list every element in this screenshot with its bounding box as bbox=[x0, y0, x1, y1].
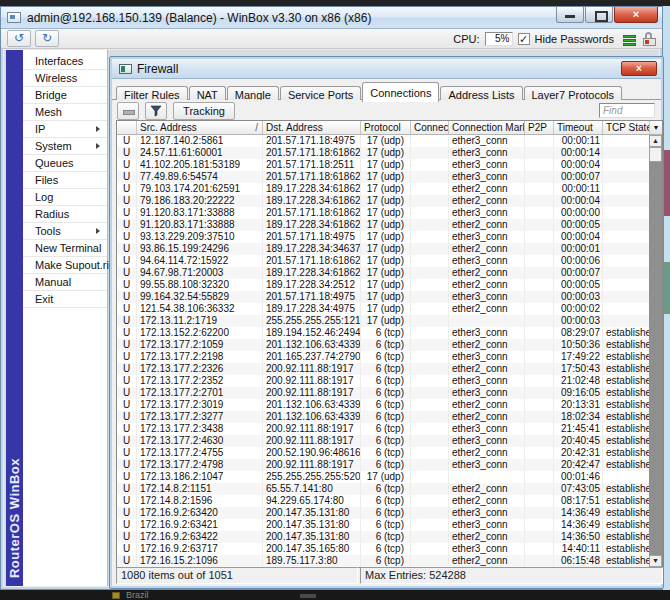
scroll-up-button[interactable]: ▲ bbox=[649, 135, 662, 147]
sidebar-item-mesh[interactable]: Mesh bbox=[23, 104, 107, 121]
table-row[interactable]: U 172.13.177.2:3438 200.92.111.88:1917 6… bbox=[117, 423, 649, 435]
table-row[interactable]: U 172.13.177.2:1059 201.132.106.63:43399… bbox=[117, 339, 649, 351]
table-row[interactable]: U 93.86.15.199:24296 189.17.228.34:34637… bbox=[117, 243, 649, 255]
table-row[interactable]: U 79.103.174.201:62591 189.17.228.34:618… bbox=[117, 183, 649, 195]
table-row[interactable]: U 91.120.83.171:33888 189.17.228.34:6186… bbox=[117, 219, 649, 231]
scroll-down-button[interactable]: ▼ bbox=[649, 555, 662, 567]
cell-p2p bbox=[525, 351, 554, 363]
table-row[interactable]: U 77.49.89.6:54574 201.57.171.18:61862 1… bbox=[117, 171, 649, 183]
mdi-area: RouterOS WinBox Interfaces Wireless Brid… bbox=[4, 50, 659, 586]
column-timeout[interactable]: Timeout bbox=[554, 121, 603, 134]
cell-src-address: 172.16.9.2:63422 bbox=[137, 531, 263, 543]
table-row[interactable]: U 121.54.38.106:36332 189.17.228.34:4975… bbox=[117, 303, 649, 315]
cell-src-address: 172.16.9.2:63421 bbox=[137, 519, 263, 531]
filter-button[interactable] bbox=[145, 102, 167, 120]
table-row[interactable]: U 172.13.177.2:3277 201.132.106.63:43399… bbox=[117, 411, 649, 423]
cell-connection bbox=[411, 483, 449, 495]
column-flags[interactable] bbox=[117, 121, 137, 134]
table-row[interactable]: U 172.16.9.2:63420 200.147.35.131:80 6 (… bbox=[117, 507, 649, 519]
taskbar-fragment bbox=[300, 594, 316, 598]
vertical-scrollbar[interactable]: ▼ ▲ ▼ bbox=[649, 121, 662, 567]
table-row[interactable]: U 172.13.186.2:1047 255.255.255.255:5200… bbox=[117, 471, 649, 483]
table-row[interactable]: U 172.16.15.2:1096 189.75.117.3:80 6 (tc… bbox=[117, 555, 649, 567]
table-row[interactable]: U 172.13.177.2:4798 200.92.111.88:1917 6… bbox=[117, 459, 649, 471]
column-p2p[interactable]: P2P bbox=[525, 121, 554, 134]
cell-timeout: 08:29:07 bbox=[554, 327, 603, 339]
sidebar-item-wireless[interactable]: Wireless bbox=[23, 70, 107, 87]
table-row[interactable]: U 41.102.205.181:53189 201.57.171.18:251… bbox=[117, 159, 649, 171]
maximize-button[interactable] bbox=[585, 7, 613, 23]
cell-protocol: 6 (tcp) bbox=[361, 519, 411, 531]
traffic-indicator-icon bbox=[623, 31, 636, 46]
tab-connections[interactable]: Connections bbox=[362, 82, 439, 102]
table-row[interactable]: U 172.13.11.2:1719 255.255.255.255:1211 … bbox=[117, 315, 649, 327]
find-input[interactable]: Find bbox=[599, 103, 655, 118]
column-dst-address[interactable]: Dst. Address bbox=[263, 121, 361, 134]
undo-button[interactable]: ↺ bbox=[7, 30, 31, 47]
sidebar-item-radius[interactable]: Radius bbox=[23, 206, 107, 223]
sidebar-item-label: Queues bbox=[35, 157, 74, 169]
redo-button[interactable]: ↻ bbox=[35, 30, 59, 47]
firewall-title: Firewall bbox=[137, 62, 178, 76]
table-row[interactable]: U 79.186.183.20:22222 189.17.228.34:6186… bbox=[117, 195, 649, 207]
sidebar-item-label: Exit bbox=[35, 293, 53, 305]
table-row[interactable]: U 12.187.140.2:5861 201.57.171.18:4975 1… bbox=[117, 135, 649, 147]
sidebar-item-manual[interactable]: Manual bbox=[23, 274, 107, 291]
table-row[interactable]: U 172.14.8.2:1596 94.229.65.174:80 6 (tc… bbox=[117, 495, 649, 507]
table-row[interactable]: U 94.64.114.72:15922 201.57.171.18:61862… bbox=[117, 255, 649, 267]
remove-button[interactable] bbox=[117, 102, 139, 120]
table-row[interactable]: U 172.16.9.2:63717 200.147.35.165:80 6 (… bbox=[117, 543, 649, 555]
cell-timeout: 00:00:04 bbox=[554, 231, 603, 243]
cell-protocol: 6 (tcp) bbox=[361, 447, 411, 459]
table-row[interactable]: U 172.13.177.2:3019 201.132.106.63:43399… bbox=[117, 399, 649, 411]
table-row[interactable]: U 172.13.177.2:2701 200.92.111.88:1917 6… bbox=[117, 387, 649, 399]
cell-connection bbox=[411, 471, 449, 483]
table-row[interactable]: U 172.13.177.2:2352 200.92.111.88:1917 6… bbox=[117, 375, 649, 387]
close-button[interactable]: × bbox=[614, 7, 658, 23]
sidebar-item-ip[interactable]: IP bbox=[23, 121, 107, 138]
scrollbar-thumb[interactable] bbox=[649, 147, 662, 162]
table-row[interactable]: U 172.16.9.2:63422 200.147.35.131:80 6 (… bbox=[117, 531, 649, 543]
table-row[interactable]: U 172.13.152.2:62200 189.194.152.46:2494… bbox=[117, 327, 649, 339]
column-connection-mark[interactable]: Connection Mark bbox=[449, 121, 525, 134]
table-row[interactable]: U 91.120.83.171:33888 201.57.171.18:6186… bbox=[117, 207, 649, 219]
cell-dst-address: 189.75.117.3:80 bbox=[263, 555, 361, 567]
firewall-close-button[interactable]: × bbox=[621, 61, 657, 76]
sidebar-item-label: System bbox=[35, 140, 72, 152]
table-row[interactable]: U 172.13.177.2:4755 200.52.190.96:48616 … bbox=[117, 447, 649, 459]
table-row[interactable]: U 99.55.88.108:32320 189.17.228.34:2512 … bbox=[117, 279, 649, 291]
table-row[interactable]: U 172.13.177.2:4630 200.92.111.88:1917 6… bbox=[117, 435, 649, 447]
table-row[interactable]: U 24.57.11.61:60001 201.57.171.18:61862 … bbox=[117, 147, 649, 159]
sidebar-item-exit[interactable]: Exit bbox=[23, 291, 107, 308]
column-menu-button[interactable]: ▼ bbox=[649, 121, 662, 135]
sidebar-item-make-supout-rif[interactable]: Make Supout.rif bbox=[23, 257, 107, 274]
sidebar-item-system[interactable]: System bbox=[23, 138, 107, 155]
table-row[interactable]: U 172.13.177.2:2326 200.92.111.88:1917 6… bbox=[117, 363, 649, 375]
cell-p2p bbox=[525, 207, 554, 219]
cell-src-address: 172.13.177.2:2326 bbox=[137, 363, 263, 375]
hide-passwords-checkbox[interactable]: ✓ bbox=[518, 33, 530, 45]
column-connection[interactable]: Connecti... bbox=[411, 121, 449, 134]
sidebar-item-files[interactable]: Files bbox=[23, 172, 107, 189]
sidebar-item-tools[interactable]: Tools bbox=[23, 223, 107, 240]
sidebar-item-log[interactable]: Log bbox=[23, 189, 107, 206]
table-row[interactable]: U 99.164.32.54:55829 201.57.171.18:4975 … bbox=[117, 291, 649, 303]
sidebar-item-queues[interactable]: Queues bbox=[23, 155, 107, 172]
column-tcp-state[interactable]: TCP State bbox=[603, 121, 649, 134]
table-row[interactable]: U 93.13.229.209:37510 201.57.171.18:4975… bbox=[117, 231, 649, 243]
tracking-button[interactable]: Tracking bbox=[173, 102, 235, 120]
cell-src-address: 172.13.11.2:1719 bbox=[137, 315, 263, 327]
minimize-button[interactable] bbox=[556, 7, 584, 23]
cell-dst-address: 200.147.35.165:80 bbox=[263, 543, 361, 555]
table-row[interactable]: U 172.14.8.2:1151 65.55.7.141:80 6 (tcp)… bbox=[117, 483, 649, 495]
sidebar-item-interfaces[interactable]: Interfaces bbox=[23, 53, 107, 70]
table-row[interactable]: U 172.16.9.2:63421 200.147.35.131:80 6 (… bbox=[117, 519, 649, 531]
sidebar-item-new-terminal[interactable]: New Terminal bbox=[23, 240, 107, 257]
table-row[interactable]: U 172.13.177.2:2198 201.165.237.74:27901… bbox=[117, 351, 649, 363]
firewall-tabbar: Filter RulesNATMangleService PortsConnec… bbox=[112, 80, 661, 100]
column-protocol[interactable]: Protocol bbox=[361, 121, 411, 134]
table-row[interactable]: U 94.67.98.71:20003 189.17.228.34:61862 … bbox=[117, 267, 649, 279]
column-src-address[interactable]: Src. Address / bbox=[137, 121, 263, 134]
sidebar-item-bridge[interactable]: Bridge bbox=[23, 87, 107, 104]
cell-tcp-state: established bbox=[603, 351, 649, 363]
